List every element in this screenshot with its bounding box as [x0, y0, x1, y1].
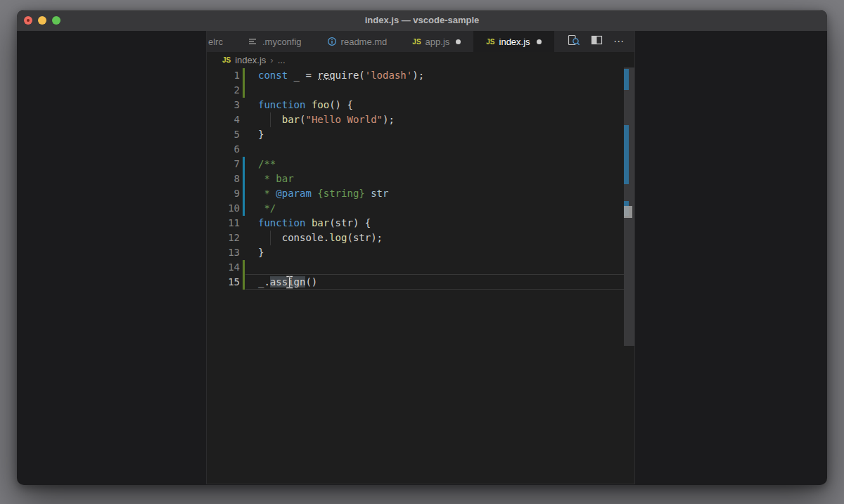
code-text — [245, 83, 258, 98]
code-line-7[interactable]: 7/** — [207, 157, 634, 172]
config-lines-icon — [248, 37, 258, 46]
code-line-3[interactable]: 3function foo() { — [207, 98, 634, 112]
dirty-indicator-icon[interactable] — [537, 39, 542, 44]
tab-actions: ⋯ — [558, 31, 634, 52]
token: () { — [329, 99, 353, 110]
code-text: /** — [245, 157, 276, 172]
code-line-13[interactable]: 13} — [207, 245, 634, 260]
code-text: function foo() { — [245, 98, 353, 112]
code-line-1[interactable]: 1const _ = require('lodash'); — [207, 68, 634, 83]
line-number[interactable]: 4 — [207, 112, 240, 127]
token: bar — [312, 217, 329, 228]
tab-app.js[interactable]: JSapp.js — [399, 31, 473, 52]
overview-mark-cursor — [624, 206, 632, 218]
token: ( — [359, 70, 364, 81]
ellipsis-icon: ⋯ — [613, 35, 625, 47]
split-editor-button[interactable] — [591, 34, 603, 49]
code-text: } — [245, 127, 264, 142]
code-lines: 1const _ = require('lodash');23function … — [207, 67, 634, 290]
code-line-9[interactable]: 9 * @param {string} str — [207, 186, 634, 201]
window-title: index.js — vscode-sample — [17, 10, 827, 31]
more-actions-button[interactable]: ⋯ — [613, 35, 625, 48]
tab-elrc[interactable]: elrc — [207, 31, 236, 52]
token: () — [305, 276, 317, 287]
js-file-icon: JS — [222, 56, 231, 64]
vscode-editor-group: elrc.myconfigreadme.mdJSapp.jsJSindex.js… — [206, 31, 635, 484]
code-text: * bar — [245, 172, 294, 186]
overview-mark-modified — [624, 69, 629, 90]
overview-mark-modified — [624, 125, 629, 184]
code-line-5[interactable]: 5} — [207, 127, 634, 142]
tab-readme.md[interactable]: readme.md — [314, 31, 400, 52]
token — [305, 217, 311, 228]
breadcrumb-file[interactable]: index.js — [235, 55, 266, 65]
indent-guide — [270, 112, 271, 127]
line-number[interactable]: 3 — [207, 98, 240, 112]
code-line-4[interactable]: 4 bar("Hello World"); — [207, 112, 634, 127]
tab-label: elrc — [208, 37, 223, 47]
code-line-15[interactable]: 15_.assign() — [207, 275, 634, 290]
code-line-14[interactable]: 14 — [207, 260, 634, 275]
breadcrumb-symbol-more[interactable]: ... — [278, 55, 286, 65]
line-number[interactable]: 5 — [207, 127, 240, 142]
token — [305, 99, 311, 110]
code-line-8[interactable]: 8 * bar — [207, 172, 634, 186]
open-preview-button[interactable] — [568, 34, 580, 49]
tab-label: .myconfig — [262, 37, 302, 47]
token: } — [258, 129, 264, 140]
line-number[interactable]: 8 — [207, 172, 240, 186]
code-line-12[interactable]: 12 console.log(str); — [207, 231, 634, 245]
code-editor[interactable]: 1const _ = require('lodash');23function … — [207, 67, 634, 484]
desktop-background: index.js — vscode-sample elrc.myconfigre… — [0, 0, 844, 504]
code-line-10[interactable]: 10 */ — [207, 201, 634, 216]
line-number[interactable]: 2 — [207, 83, 240, 98]
token: str — [371, 188, 388, 199]
line-number[interactable]: 11 — [207, 216, 240, 231]
chevron-right-icon: › — [270, 55, 273, 65]
code-text: bar("Hello World"); — [245, 112, 395, 127]
ellipsis-icon: ⋯ — [613, 35, 625, 48]
code-text: * @param {string} str — [245, 186, 388, 201]
token: * — [258, 188, 276, 199]
js-icon-label: JS — [412, 38, 421, 46]
line-number[interactable]: 1 — [207, 68, 240, 83]
indent-guide — [270, 231, 271, 245]
code-text: _.assign() — [245, 275, 317, 290]
macos-window: index.js — vscode-sample elrc.myconfigre… — [17, 10, 827, 485]
token: @param — [276, 188, 312, 199]
token: ); — [383, 114, 395, 125]
line-number[interactable]: 10 — [207, 201, 240, 216]
tab-label: readme.md — [341, 37, 388, 47]
line-number[interactable]: 7 — [207, 157, 240, 172]
js-icon-label: JS — [486, 38, 494, 46]
js-icon: JS — [412, 38, 421, 46]
token: _. — [258, 276, 270, 287]
token: {string} — [317, 188, 364, 199]
line-number[interactable]: 12 — [207, 231, 240, 245]
js-icon: JS — [486, 38, 494, 46]
info-icon — [327, 37, 337, 46]
line-number[interactable]: 13 — [207, 245, 240, 260]
token: function — [258, 99, 305, 110]
overview-ruler-scrollbar[interactable] — [624, 67, 634, 484]
tab-label: index.js — [499, 37, 530, 47]
tab-.myconfig[interactable]: .myconfig — [236, 31, 314, 52]
line-number[interactable]: 14 — [207, 260, 240, 275]
token: _ = — [288, 70, 317, 81]
code-line-2[interactable]: 2 — [207, 83, 634, 98]
line-number[interactable]: 9 — [207, 186, 240, 201]
breadcrumb[interactable]: JS index.js › ... — [207, 52, 634, 67]
token: (str) { — [329, 217, 371, 228]
code-text: } — [245, 245, 264, 260]
token: * bar — [258, 173, 294, 184]
line-number[interactable]: 6 — [207, 142, 240, 157]
dirty-indicator-icon[interactable] — [456, 39, 461, 44]
code-line-6[interactable]: 6 — [207, 142, 634, 157]
code-line-11[interactable]: 11function bar(str) { — [207, 216, 634, 231]
token: const — [258, 70, 288, 81]
tab-index.js[interactable]: JSindex.js — [473, 31, 554, 52]
line-number[interactable]: 15 — [207, 275, 240, 290]
tab-bar: elrc.myconfigreadme.mdJSapp.jsJSindex.js… — [207, 31, 634, 52]
token: /** — [258, 158, 276, 169]
token: foo — [312, 99, 329, 110]
